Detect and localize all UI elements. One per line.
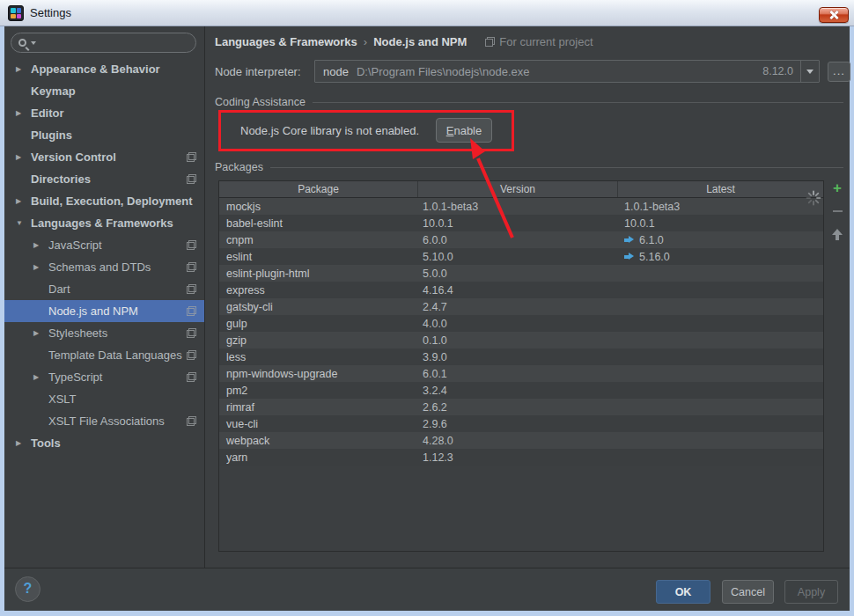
chevron-right-icon[interactable]: ▶ (16, 439, 27, 447)
search-icon (18, 39, 26, 47)
table-row[interactable]: babel-eslint10.0.110.0.1 (219, 215, 823, 231)
sidebar-item-xslt[interactable]: XSLT (4, 388, 204, 410)
table-row[interactable]: less3.9.0 (219, 348, 823, 365)
chevron-right-icon[interactable]: ▶ (33, 263, 45, 271)
sidebar-item-version-control[interactable]: ▶Version Control (4, 146, 204, 168)
sidebar-item-template-data-languages[interactable]: Template Data Languages (4, 344, 204, 366)
table-row[interactable]: pm23.2.4 (219, 382, 823, 399)
interpreter-path: D:\Program Files\nodejs\node.exe (357, 65, 762, 78)
chevron-right-icon[interactable]: ▶ (16, 65, 27, 73)
package-name-cell: mockjs (219, 201, 418, 213)
package-version-cell: 0.1.0 (418, 334, 618, 347)
add-package-button[interactable]: + (829, 181, 845, 195)
packages-toolbar: + (827, 181, 848, 241)
package-name-cell: gatsby-cli (219, 301, 418, 313)
column-header-latest[interactable]: Latest (618, 181, 823, 197)
chevron-right-icon[interactable]: ▶ (33, 241, 45, 249)
table-row[interactable]: rimraf2.6.2 (219, 399, 823, 415)
search-input[interactable] (11, 33, 196, 53)
chevron-right-icon[interactable]: ▶ (33, 373, 45, 381)
interpreter-name: node (323, 65, 349, 78)
title-bar: Settings (0, 0, 854, 26)
table-row[interactable]: vue-cli2.9.6 (219, 415, 823, 432)
interpreter-version: 8.12.0 (762, 65, 793, 77)
sidebar-item-node-js-and-npm[interactable]: Node.js and NPM (4, 300, 204, 322)
browse-interpreter-button[interactable]: ... (828, 62, 850, 82)
upgrade-package-button[interactable] (829, 227, 845, 241)
sidebar-item-label: Languages & Frameworks (31, 216, 173, 230)
sidebar-item-plugins[interactable]: Plugins (4, 124, 204, 146)
sidebar-item-tools[interactable]: ▶Tools (4, 432, 204, 454)
sidebar-item-label: Stylesheets (48, 326, 107, 340)
search-options-caret-icon[interactable] (31, 41, 36, 45)
table-row[interactable]: eslint-plugin-html5.0.0 (219, 265, 823, 282)
breadcrumb-languages-frameworks[interactable]: Languages & Frameworks (215, 35, 357, 48)
sidebar-item-build-execution-deployment[interactable]: ▶Build, Execution, Deployment (4, 190, 204, 212)
cancel-button[interactable]: Cancel (722, 580, 774, 604)
packages-table-header: Package Version Latest (219, 181, 823, 198)
chevron-down-icon[interactable]: ▼ (16, 219, 27, 227)
sidebar-item-label: JavaScript (48, 238, 102, 252)
package-version-cell: 2.6.2 (418, 401, 618, 414)
loading-spinner-icon (806, 190, 821, 206)
chevron-right-icon[interactable]: ▶ (33, 329, 45, 337)
column-header-version[interactable]: Version (418, 181, 618, 197)
app-icon (8, 5, 24, 21)
package-version-cell: 5.10.0 (418, 251, 618, 263)
remove-package-button[interactable] (829, 204, 845, 218)
chevron-right-icon[interactable]: ▶ (16, 153, 27, 161)
table-row[interactable]: webpack4.28.0 (219, 432, 823, 449)
table-row[interactable]: eslint5.10.05.16.0 (219, 248, 823, 265)
sidebar-item-label: Tools (31, 436, 61, 450)
settings-tree: ▶Appearance & BehaviorKeymap▶EditorPlugi… (4, 58, 204, 454)
close-button[interactable] (819, 7, 849, 23)
table-row[interactable]: gatsby-cli2.4.7 (219, 298, 823, 315)
sidebar-item-appearance-behavior[interactable]: ▶Appearance & Behavior (4, 58, 204, 80)
package-version-cell: 6.0.0 (418, 234, 618, 246)
package-name-cell: gzip (219, 334, 418, 347)
project-level-icon (187, 350, 196, 360)
packages-label: Packages (215, 161, 263, 173)
chevron-right-icon[interactable]: ▶ (16, 109, 27, 117)
package-latest-cell: 10.0.1 (618, 217, 823, 230)
enable-button[interactable]: Enable (436, 118, 492, 143)
sidebar-item-typescript[interactable]: ▶TypeScript (4, 366, 204, 388)
project-level-icon (187, 262, 196, 272)
sidebar-item-label: TypeScript (48, 370, 102, 384)
combobox-dropdown-button[interactable] (800, 61, 819, 82)
sidebar-item-keymap[interactable]: Keymap (4, 80, 204, 102)
sidebar-item-javascript[interactable]: ▶JavaScript (4, 234, 204, 256)
table-row[interactable]: yarn1.12.3 (219, 449, 823, 466)
sidebar-item-directories[interactable]: Directories (4, 168, 204, 190)
table-row[interactable]: gzip0.1.0 (219, 332, 823, 348)
sidebar-item-dart[interactable]: Dart (4, 278, 204, 300)
node-interpreter-combobox[interactable]: node D:\Program Files\nodejs\node.exe 8.… (314, 60, 820, 83)
sidebar-item-schemas-and-dtds[interactable]: ▶Schemas and DTDs (4, 256, 204, 278)
table-row[interactable]: express4.16.4 (219, 282, 823, 298)
sidebar-item-editor[interactable]: ▶Editor (4, 102, 204, 124)
ok-button[interactable]: OK (656, 580, 710, 604)
package-version-cell: 10.0.1 (418, 217, 618, 230)
plus-icon: + (833, 182, 842, 194)
package-name-cell: vue-cli (219, 418, 418, 430)
sidebar-item-xslt-file-associations[interactable]: XSLT File Associations (4, 410, 204, 432)
column-header-package[interactable]: Package (219, 181, 418, 197)
window-title: Settings (30, 0, 71, 26)
apply-button[interactable]: Apply (784, 580, 838, 604)
help-button[interactable]: ? (15, 576, 40, 602)
sidebar-item-label: Schemas and DTDs (48, 260, 151, 274)
project-level-icon (187, 284, 196, 294)
sidebar-item-languages-frameworks[interactable]: ▼Languages & Frameworks (4, 212, 204, 234)
package-version-cell: 2.4.7 (418, 301, 618, 313)
table-row[interactable]: npm-windows-upgrade6.0.1 (219, 365, 823, 382)
package-version-cell: 5.0.0 (418, 268, 618, 280)
sidebar-item-stylesheets[interactable]: ▶Stylesheets (4, 322, 204, 344)
package-name-cell: express (219, 284, 418, 297)
latest-version-text: 5.16.0 (639, 251, 670, 263)
table-row[interactable]: gulp4.0.0 (219, 315, 823, 332)
project-level-icon (187, 240, 196, 250)
table-row[interactable]: mockjs1.0.1-beta31.0.1-beta3 (219, 198, 823, 215)
table-row[interactable]: cnpm6.0.06.1.0 (219, 231, 823, 248)
chevron-right-icon[interactable]: ▶ (16, 197, 27, 205)
settings-dialog: ▶Appearance & BehaviorKeymap▶EditorPlugi… (4, 26, 850, 611)
